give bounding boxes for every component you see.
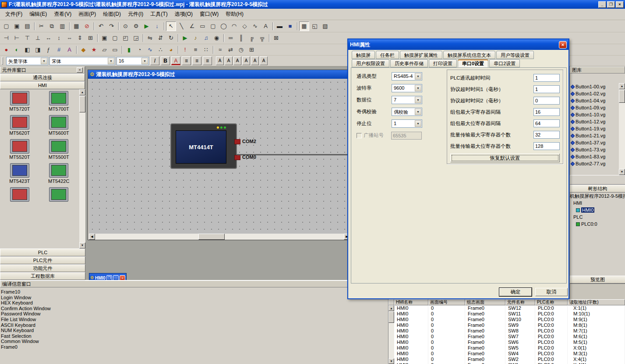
compile-message-line[interactable]: Confirm Action Window bbox=[1, 306, 387, 312]
device-item[interactable]: MT5500T bbox=[39, 137, 79, 161]
toolbar-icon[interactable]: ◲ bbox=[131, 33, 141, 43]
gallery-file-item[interactable]: Button1-10.vg bbox=[570, 111, 619, 118]
toolbar-icon[interactable]: ▶ bbox=[141, 21, 152, 31]
toolbar-icon[interactable]: ◔ bbox=[134, 45, 145, 55]
group-hmi-button[interactable]: HMI bbox=[0, 81, 85, 89]
toolbar-icon[interactable] bbox=[222, 33, 225, 43]
align-left-icon[interactable]: ≡ bbox=[182, 56, 191, 65]
toolbar-icon[interactable]: ◧ bbox=[22, 45, 32, 55]
preview-button[interactable]: 预览图 bbox=[570, 276, 625, 284]
field-select[interactable]: 7 ▼ bbox=[392, 96, 422, 104]
tree-item-plc0[interactable]: PLC0:0 bbox=[570, 220, 625, 228]
toolbar-icon[interactable]: ! bbox=[180, 45, 190, 55]
gallery-file-item[interactable]: Button1-19.vg bbox=[570, 125, 619, 132]
toolbar-icon[interactable]: ◕ bbox=[166, 45, 176, 55]
toolbar-icon[interactable]: ∿ bbox=[250, 21, 260, 31]
broadcast-checkbox[interactable] bbox=[357, 133, 362, 138]
toolbar-icon[interactable]: ▭ bbox=[198, 21, 208, 31]
device-item[interactable] bbox=[39, 186, 79, 210]
toolbar-icon[interactable]: ▮ bbox=[124, 45, 134, 55]
table-row[interactable]: HMI0 0 Frame0 SW1 PLC0:0 X:4(1) bbox=[394, 362, 625, 364]
toolbar-icon[interactable]: ⊙ bbox=[120, 21, 131, 31]
align-center-icon[interactable]: ≡ bbox=[192, 56, 201, 65]
toolbar-icon[interactable]: ▢ bbox=[110, 33, 120, 43]
group-plc-parts-button[interactable]: PLC元件 bbox=[0, 256, 85, 264]
dialog-titlebar[interactable]: HMI属性 × bbox=[348, 39, 569, 50]
field-input[interactable] bbox=[533, 85, 560, 93]
table-row[interactable]: HMI0 0 Frame0 SW8 PLC0:0 M:7(1) bbox=[394, 328, 625, 334]
gallery-file-item[interactable]: Button1-21.vg bbox=[570, 132, 619, 139]
table-header-cell[interactable]: 画面编号 bbox=[428, 299, 465, 305]
toolbar-icon[interactable]: ↕ bbox=[54, 33, 64, 43]
chevron-down-icon[interactable]: ▼ bbox=[108, 58, 114, 64]
chevron-down-icon[interactable]: ▼ bbox=[141, 58, 148, 64]
gallery-file-item[interactable]: Button1-73.vg bbox=[570, 146, 619, 153]
menu-item[interactable]: 窗口(W) bbox=[196, 9, 222, 19]
canvas-window-titlebar[interactable]: ⚙ 灌装机触摸屏程序2012-9-5模拟过 bbox=[88, 70, 350, 79]
field-input[interactable] bbox=[533, 131, 560, 139]
toolbar-icon[interactable] bbox=[96, 33, 99, 43]
toolbar-icon[interactable]: ╲ bbox=[177, 21, 187, 31]
cancel-button[interactable]: 取消 bbox=[535, 288, 568, 296]
scroll-up-icon[interactable]: ▲ bbox=[388, 305, 394, 311]
scrollbar-thumb[interactable] bbox=[198, 234, 225, 240]
table-scrollbar[interactable]: ▲ ▼ bbox=[388, 305, 394, 364]
menu-item[interactable]: 元件(I) bbox=[124, 9, 147, 19]
toolbar-icon[interactable]: ⚙ bbox=[131, 21, 141, 31]
close-button[interactable]: × bbox=[120, 275, 125, 280]
table-header-cell[interactable]: HMI名称 bbox=[394, 299, 428, 305]
scrollbar-thumb[interactable] bbox=[79, 96, 85, 112]
scroll-down-icon[interactable]: ▼ bbox=[79, 242, 85, 248]
compile-message-line[interactable]: Login Window bbox=[1, 295, 387, 301]
toolbar-icon[interactable]: ♪ bbox=[191, 33, 201, 43]
toolbar-icon[interactable]: ∷ bbox=[201, 45, 211, 55]
group-comm-button[interactable]: 通讯连接 bbox=[0, 74, 85, 81]
toolbar-icon[interactable]: ◐ bbox=[12, 45, 22, 55]
scrollbar-thumb[interactable] bbox=[619, 90, 625, 103]
compile-message-line[interactable]: NUM Keyboard bbox=[1, 328, 387, 333]
compile-message-line[interactable]: Password Window bbox=[1, 311, 387, 317]
field-input[interactable] bbox=[533, 108, 560, 116]
restore-defaults-button[interactable]: 恢复默认设置 bbox=[450, 154, 560, 162]
toolbar-icon[interactable]: ⇄ bbox=[226, 45, 236, 55]
toolbar-icon[interactable]: ≈ bbox=[215, 45, 225, 55]
italic-button[interactable]: I bbox=[150, 56, 159, 65]
toolbar-icon[interactable]: ♫ bbox=[201, 33, 211, 43]
toolbar-icon[interactable]: ▢ bbox=[208, 21, 218, 31]
gallery-file-item[interactable]: Button1-00.vg bbox=[570, 83, 619, 90]
menu-item[interactable]: 帮助(H) bbox=[222, 9, 247, 19]
tab-user-rights[interactable]: 用户权限设置 bbox=[352, 59, 389, 67]
font-family-select[interactable]: 宋体 ▼ bbox=[49, 57, 115, 65]
toolbar-icon[interactable]: ⊞ bbox=[85, 33, 95, 43]
align-right-icon[interactable]: ≡ bbox=[203, 56, 212, 65]
tree-item-hmi0[interactable]: HMI0 bbox=[570, 206, 625, 214]
restore-button[interactable]: ❐ bbox=[607, 1, 615, 8]
toolbar-icon[interactable]: ▦ bbox=[299, 21, 309, 31]
field-input[interactable] bbox=[533, 119, 560, 127]
toolbar-icon[interactable]: ⊣ bbox=[1, 33, 11, 43]
scroll-down-icon[interactable]: ▼ bbox=[619, 169, 625, 175]
panel-splitter[interactable] bbox=[570, 175, 625, 185]
toolbar-icon[interactable]: ∿ bbox=[145, 45, 155, 55]
text-format-icon[interactable]: A bbox=[216, 56, 224, 65]
scrollbar-thumb[interactable] bbox=[388, 312, 394, 323]
toolbar-icon[interactable]: ⇔ bbox=[64, 33, 74, 43]
device-item[interactable]: MT5700T bbox=[39, 89, 79, 113]
toolbar-icon[interactable]: ■ bbox=[285, 21, 295, 31]
toolbar-icon[interactable]: ◰ bbox=[120, 33, 131, 43]
gallery-file-item[interactable]: Button1-09.vg bbox=[570, 104, 619, 111]
toolbar-icon[interactable]: ▦ bbox=[71, 21, 81, 31]
tab-taskbar[interactable]: 任务栏 bbox=[376, 51, 399, 59]
toolbar-icon[interactable] bbox=[296, 21, 299, 31]
ok-button[interactable]: 确定 bbox=[499, 288, 532, 296]
toolbar-icon[interactable]: ◱ bbox=[310, 21, 320, 31]
tab-extended[interactable]: 触摸屏扩展属性 bbox=[400, 51, 442, 59]
device-item[interactable] bbox=[0, 186, 39, 210]
menu-item[interactable]: 绘图(D) bbox=[99, 9, 124, 19]
canvas-horizontal-scrollbar[interactable]: ◀ ▶ bbox=[89, 234, 350, 240]
toolbar-icon[interactable]: ▧ bbox=[320, 21, 330, 31]
maximize-button[interactable]: □ bbox=[113, 275, 119, 280]
toolbar-icon[interactable]: ▣ bbox=[99, 33, 109, 43]
toolbar-icon[interactable]: ↓ bbox=[152, 21, 162, 31]
gallery-file-item[interactable]: Button1-83.vg bbox=[570, 153, 619, 160]
